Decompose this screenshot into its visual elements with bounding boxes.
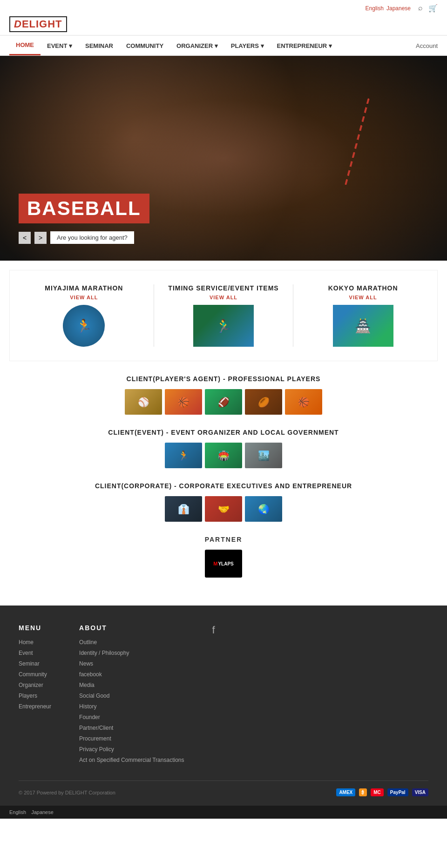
bottom-lang-bar: English Japanese (0, 806, 447, 819)
facebook-icon[interactable]: f (212, 624, 215, 636)
client-rugby-img: 🏉 (245, 389, 282, 415)
list-item: Community (19, 670, 51, 678)
search-icon[interactable]: ⌕ (418, 4, 423, 13)
logo[interactable]: DELIGHT (9, 16, 67, 32)
main-nav: HOME EVENT ▾ SEMINAR COMMUNITY ORGANIZER… (0, 36, 447, 56)
client-corporate-images: 👔 🤝 🌏 (74, 496, 372, 522)
footer-outline-link[interactable]: Outline (79, 639, 97, 646)
client-basketball-player-img: 🏀 (165, 389, 202, 415)
nav-event[interactable]: EVENT ▾ (41, 37, 79, 55)
header: DELIGHT (0, 16, 447, 36)
mastercard-icon: MC (371, 788, 384, 796)
footer-menu-col: MENU Home Event Seminar Community Organi… (19, 624, 51, 767)
list-item: Outline (79, 638, 184, 646)
miyajima-view-all[interactable]: VIEW ALL (70, 295, 98, 300)
client-corporate-heading: CLIENT(CORPORATE) - CORPORATE EXECUTIVES… (74, 482, 372, 490)
client-baseball-img: ⚾ (125, 389, 162, 415)
partner-section: PARTNER M YLAPS (0, 536, 447, 578)
divider-1 (154, 284, 154, 347)
hero-next-button[interactable]: > (34, 232, 47, 244)
partner-logo-subtext: YLAPS (218, 561, 233, 566)
nav-community[interactable]: COMMUNITY (120, 37, 170, 55)
nav-entrepreneur[interactable]: ENTREPRENEUR ▾ (271, 37, 339, 55)
nav-home[interactable]: HOME (9, 36, 41, 55)
payment-icons: AMEX ₿ MC PayPal VISA (336, 788, 428, 796)
footer-procurement-link[interactable]: Procurement (79, 735, 111, 742)
account-link[interactable]: Account (416, 42, 438, 49)
hero-cta-button[interactable]: Are you looking for agent? (50, 231, 134, 244)
bottom-lang-japanese[interactable]: Japanese (31, 809, 54, 815)
kokyo-image (333, 305, 393, 347)
footer-entrepreneur-link[interactable]: Entrepreneur (19, 703, 51, 710)
client-event-images: 🏃 🏟️ 🏙️ (74, 443, 372, 468)
footer-identity-link[interactable]: Identity / Philosophy (79, 650, 129, 656)
client-exec3-img: 🌏 (245, 496, 282, 522)
divider-2 (293, 284, 293, 347)
marathon-section: MIYAJIMA MARATHON VIEW ALL TIMING SERVIC… (9, 270, 438, 361)
kokyo-title: KOKYO MARATHON (328, 284, 398, 292)
client-exec2-img: 🤝 (205, 496, 242, 522)
bottom-lang-english[interactable]: English (9, 809, 26, 815)
partner-logo: M YLAPS (205, 550, 242, 578)
bitcoin-icon: ₿ (359, 788, 367, 796)
list-item: Social Good (79, 692, 184, 699)
miyajima-title: MIYAJIMA MARATHON (45, 284, 123, 292)
list-item: facebook (79, 670, 184, 678)
nav-seminar[interactable]: SEMINAR (79, 37, 120, 55)
footer-news-link[interactable]: News (79, 660, 93, 667)
footer-home-link[interactable]: Home (19, 639, 34, 646)
client-event-section: CLIENT(EVENT) - EVENT ORGANIZER AND LOCA… (65, 429, 382, 468)
marathon-timing: TIMING SERVICE/EVENT ITEMS VIEW ALL (159, 284, 289, 347)
footer-community-link[interactable]: Community (19, 671, 47, 678)
hero-background (0, 56, 447, 261)
nav-organizer[interactable]: ORGANIZER ▾ (170, 37, 224, 55)
hero-controls: < > Are you looking for agent? (19, 231, 134, 244)
list-item: Identity / Philosophy (79, 649, 184, 656)
footer-event-link[interactable]: Event (19, 650, 33, 656)
footer-act-link[interactable]: Act on Specified Commercial Transactions (79, 757, 184, 763)
nav-players[interactable]: PLAYERS ▾ (224, 37, 271, 55)
lang-japanese[interactable]: Japanese (386, 5, 411, 12)
partner-logo-text: M (213, 561, 218, 566)
logo-letter: D (14, 18, 22, 30)
cart-icon[interactable]: 🛒 (428, 4, 438, 13)
footer-about-list: Outline Identity / Philosophy News faceb… (79, 638, 184, 763)
list-item: Founder (79, 713, 184, 720)
list-item: Procurement (79, 734, 184, 742)
footer-seminar-link[interactable]: Seminar (19, 660, 40, 667)
kokyo-view-all[interactable]: VIEW ALL (349, 295, 377, 300)
list-item: Act on Specified Commercial Transactions (79, 756, 184, 763)
footer-privacy-link[interactable]: Privacy Policy (79, 746, 114, 753)
footer-bottom: © 2017 Powered by DELIGHT Corporation AM… (19, 781, 428, 796)
client-event2-img: 🏟️ (205, 443, 242, 468)
client-players-section: CLIENT(PLAYER'S AGENT) - PROFESSIONAL PL… (65, 375, 382, 415)
paypal-icon: PayPal (387, 788, 408, 796)
baseball-laces-decoration (309, 97, 402, 236)
footer-history-link[interactable]: History (79, 703, 96, 710)
hero-prev-button[interactable]: < (19, 232, 31, 244)
list-item: News (79, 659, 184, 667)
footer-players-link[interactable]: Players (19, 693, 37, 699)
footer: MENU Home Event Seminar Community Organi… (0, 606, 447, 806)
lang-english[interactable]: English (366, 5, 384, 12)
footer-about-heading: ABOUT (79, 624, 184, 632)
visa-icon: VISA (412, 788, 428, 796)
footer-organizer-link[interactable]: Organizer (19, 682, 43, 688)
footer-media-link[interactable]: Media (79, 682, 95, 688)
top-bar: English Japanese ⌕ 🛒 (0, 0, 447, 16)
list-item: Home (19, 638, 51, 646)
footer-socialgood-link[interactable]: Social Good (79, 693, 109, 699)
list-item: Privacy Policy (79, 745, 184, 753)
list-item: Entrepreneur (19, 702, 51, 710)
timing-view-all[interactable]: VIEW ALL (210, 295, 237, 300)
client-exec1-img: 👔 (165, 496, 202, 522)
timing-image (193, 305, 254, 347)
client-football-img: 🏈 (205, 389, 242, 415)
footer-facebook-link[interactable]: facebook (79, 671, 102, 678)
copyright-text: © 2017 Powered by DELIGHT Corporation (19, 790, 115, 795)
hero-banner: BASEBALL < > Are you looking for agent? (0, 56, 447, 261)
list-item: Media (79, 681, 184, 688)
footer-partner-client-link[interactable]: Partner/Client (79, 725, 113, 731)
list-item: Seminar (19, 659, 51, 667)
footer-founder-link[interactable]: Founder (79, 714, 100, 720)
